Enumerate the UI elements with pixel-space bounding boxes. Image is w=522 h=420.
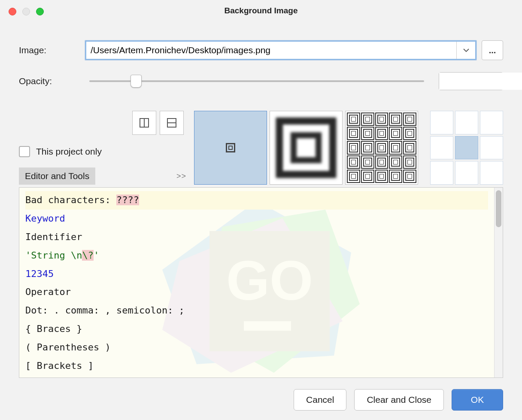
image-path-input[interactable] [86,42,456,59]
code-line-3: Identifier [25,228,488,247]
scale-square-icon [276,118,336,178]
fill-mode-tile-button[interactable] [345,111,418,185]
dialog-footer: Cancel Clear and Close OK [0,380,522,420]
window-controls [9,8,44,15]
browse-button[interactable]: ... [482,40,503,60]
preview-editor: GO Bad characters: ???? Keyword Identifi… [19,187,503,378]
anchor-top[interactable] [455,111,478,134]
mirror-vertical-button[interactable] [160,111,184,135]
preview-scrollbar[interactable] [494,188,503,377]
image-row: Image: ... [19,40,503,60]
slider-thumb[interactable] [130,75,142,88]
this-project-only-checkbox[interactable] [19,146,30,157]
anchor-right[interactable] [480,136,503,160]
image-path-dropdown-icon[interactable] [456,42,475,59]
code-line-7: Dot: . comma: , semicolon: ; [25,301,488,320]
more-tabs-icon[interactable]: >> [176,172,186,181]
code-line-4: 'String \n\?' [25,247,488,265]
code-line-6: Operator [25,283,488,301]
this-project-only-label: This project only [36,146,102,157]
code-line-10: [ Brackets ] [25,357,488,375]
anchor-top-left[interactable] [430,111,453,134]
anchor-bottom-right[interactable] [480,161,503,185]
dialog-title: Background Image [0,6,522,15]
fill-mode-plain-button[interactable] [194,111,267,185]
image-label: Image: [19,45,75,55]
opacity-row: Opacity: ▲ ▼ [19,72,503,90]
zoom-window-button[interactable] [36,8,44,15]
scrollbar-thumb[interactable] [496,190,501,227]
code-line-2: Keyword [25,210,488,228]
opacity-value-input[interactable] [439,73,522,90]
tile-icon [347,113,360,126]
anchor-top-right[interactable] [480,111,503,134]
anchor-left[interactable] [430,136,453,160]
code-line-1: Bad characters: ???? [25,191,488,210]
anchor-grid [430,111,503,185]
opacity-label: Opacity: [19,76,75,86]
editor-and-tools-tab[interactable]: Editor and Tools [19,167,95,185]
mirror-horizontal-button[interactable] [132,111,156,135]
ok-button[interactable]: OK [452,389,503,411]
opacity-value-spinner[interactable]: ▲ ▼ [439,72,503,90]
fill-mode-scale-button[interactable] [270,111,343,185]
code-line-9: ( Parentheses ) [25,338,488,357]
image-path-combobox[interactable] [85,40,476,60]
clear-and-close-button[interactable]: Clear and Close [354,389,444,411]
cancel-button[interactable]: Cancel [294,389,346,411]
code-line-8: { Braces } [25,320,488,338]
opacity-slider[interactable] [89,75,424,88]
anchor-bottom[interactable] [455,161,478,185]
anchor-center[interactable] [455,136,478,160]
close-window-button[interactable] [9,8,16,15]
title-bar: Background Image [0,0,522,21]
plain-square-icon [226,143,235,152]
code-line-5: 12345 [25,265,488,283]
anchor-bottom-left[interactable] [430,161,453,185]
minimize-window-button[interactable] [22,8,30,15]
